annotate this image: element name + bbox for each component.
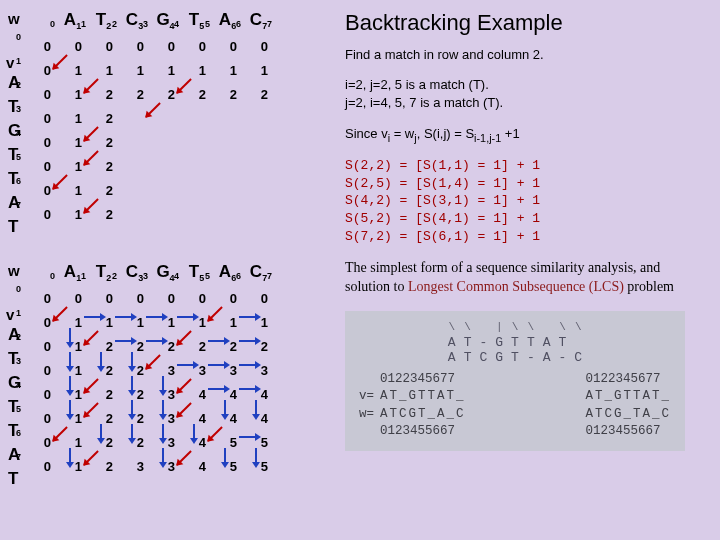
line-2: j=2, i=4, 5, 7 is a match (T). xyxy=(345,94,705,112)
topnum-l: 0122345677 xyxy=(380,371,466,389)
matrix-1: w A1T2C3G4T5A6C7 v ATGTTAT 0001020304050… xyxy=(8,10,313,250)
alignment-box: \\|\\\\ AT-GTTAT ATCGT-A-C v= w= 0122345… xyxy=(345,311,685,451)
topnum-r: 0122345677 xyxy=(585,371,671,389)
match-lines: i=2, j=2, 5 is a match (T). j=2, i=4, 5,… xyxy=(345,76,705,112)
eq-1: S(2,5) = [S(1,4) = 1] + 1 xyxy=(345,175,705,193)
para-post: problem xyxy=(624,279,674,294)
v-label: v= xyxy=(359,388,374,406)
alignment-numbers: v= w= 0122345677 AT_GTTAT_ ATCGT_A_C 012… xyxy=(359,371,671,441)
wline-l: ATCGT_A_C xyxy=(380,406,466,424)
vline-l: AT_GTTAT_ xyxy=(380,388,466,406)
w-label: w= xyxy=(359,406,374,424)
since-line: Since vi = wj, S(i,j) = Si-1,j-1 +1 xyxy=(345,125,705,146)
lcs-paragraph: The simplest form of a sequence similari… xyxy=(345,259,705,297)
eq-4: S(7,2) = [S(6,1) = 1] + 1 xyxy=(345,228,705,246)
line-1: i=2, j=2, 5 is a match (T). xyxy=(345,76,705,94)
v-symbol: v xyxy=(6,54,14,71)
grid-2: 0001020304050607010111111120122222230122… xyxy=(26,282,274,474)
vline-r: AT_GTTAT_ xyxy=(585,388,671,406)
intro-text: Find a match in row and column 2. xyxy=(345,46,705,64)
w-symbol: w xyxy=(8,10,20,27)
botnum-l: 0123455667 xyxy=(380,423,466,441)
botnum-r: 0123455667 xyxy=(585,423,671,441)
alignment-grid: \\|\\\\ AT-GTTAT ATCGT-A-C xyxy=(359,321,671,365)
equation-block: S(2,2) = [S(1,1) = 1] + 1 S(2,5) = [S(1,… xyxy=(345,157,705,245)
grid-1: 0001020304050607010111111120122222230124… xyxy=(26,30,274,222)
para-lcs: Longest Common Subsequence (LCS) xyxy=(408,279,624,294)
v-symbol-2: v xyxy=(6,306,14,323)
eq-2: S(4,2) = [S(3,1) = 1] + 1 xyxy=(345,192,705,210)
eq-0: S(2,2) = [S(1,1) = 1] + 1 xyxy=(345,157,705,175)
eq-3: S(5,2) = [S(4,1) = 1] + 1 xyxy=(345,210,705,228)
w-symbol-2: w xyxy=(8,262,20,279)
page-title: Backtracking Example xyxy=(345,10,705,36)
matrix-2: w A1T2C3G4T5A6C7 v ATGTTAT 0001020304050… xyxy=(8,262,313,510)
wline-r: ATCG_TA_C xyxy=(585,406,671,424)
